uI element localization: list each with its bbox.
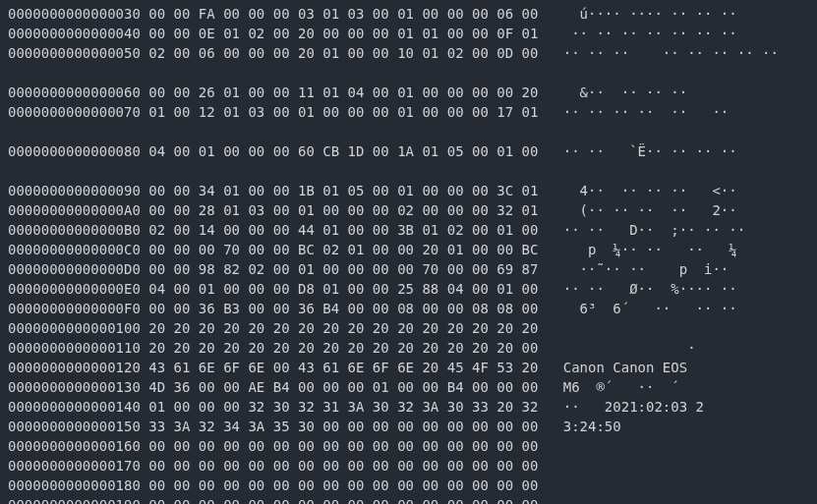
hex-row: 000000000000005002 00 06 00 00 00 20 01 … (8, 43, 809, 63)
hex-bytes: 33 3A 32 34 3A 35 30 00 00 00 00 00 00 0… (141, 417, 547, 436)
hex-row: 00000000000000C000 00 00 70 00 00 BC 02 … (8, 240, 809, 259)
hex-row: 000000000000011020 20 20 20 20 20 20 20 … (8, 338, 809, 358)
hex-bytes: 02 00 06 00 00 00 20 01 00 00 10 01 02 0… (141, 43, 547, 63)
ascii-column: ·· ·· ·· ·· ·· ·· ·· ·· (547, 43, 779, 63)
ascii-column: ·· ·· ·· ·· ·· ·· ·· (547, 24, 737, 43)
ascii-column: ··˜·· ·· p i·· (547, 259, 729, 279)
hex-bytes: 00 00 0E 01 02 00 20 00 00 00 01 01 00 0… (141, 24, 547, 43)
ascii-column: ·· ·· `Ë·· ·· ·· ·· (547, 141, 737, 161)
hex-row: 000000000000006000 00 26 01 00 00 11 01 … (8, 83, 809, 102)
offset: 0000000000000130 (8, 377, 141, 397)
ascii-column: 6³ 6´ ·· ·· ·· (547, 299, 745, 318)
ascii-column: ·· ·· ·· ·· ·· ·· (547, 102, 729, 122)
offset: 0000000000000050 (8, 43, 141, 63)
offset: 00000000000000A0 (8, 200, 141, 220)
offset: 0000000000000040 (8, 24, 141, 43)
offset: 0000000000000170 (8, 456, 141, 476)
ascii-column: ú···· ···· ·· ·· ·· (547, 4, 737, 24)
offset: 0000000000000180 (8, 476, 141, 495)
hex-row: 00000000000001304D 36 00 00 AE B4 00 00 … (8, 377, 809, 397)
ascii-column: · (547, 338, 696, 358)
offset: 0000000000000100 (8, 318, 141, 338)
offset: 0000000000000090 (8, 181, 141, 200)
hex-row: 000000000000012043 61 6E 6F 6E 00 43 61 … (8, 358, 809, 377)
hex-row: 000000000000007001 00 12 01 03 00 01 00 … (8, 102, 809, 122)
offset: 0000000000000190 (8, 495, 141, 504)
hex-bytes: 00 00 36 B3 00 00 36 B4 00 00 08 00 00 0… (141, 299, 547, 318)
hex-bytes: 04 00 01 00 00 00 D8 01 00 00 25 88 04 0… (141, 279, 547, 299)
hex-row: 00000000000000D000 00 98 82 02 00 01 00 … (8, 259, 809, 279)
ascii-column: ·· ·· D·· ;·· ·· ·· (547, 220, 745, 240)
offset: 0000000000000070 (8, 102, 141, 122)
hex-bytes: 00 00 28 01 03 00 01 00 00 00 02 00 00 0… (141, 200, 547, 220)
offset: 0000000000000060 (8, 83, 141, 102)
hex-row: 000000000000008004 00 01 00 00 00 60 CB … (8, 141, 809, 161)
hex-bytes: 00 00 00 70 00 00 BC 02 01 00 00 20 01 0… (141, 240, 547, 259)
ascii-column: ·· ·· Ø·· %···· ·· (547, 279, 737, 299)
hex-row: 000000000000019000 00 00 00 00 00 00 00 … (8, 495, 809, 504)
hex-bytes: 00 00 00 00 00 00 00 00 00 00 00 00 00 0… (141, 456, 547, 476)
ascii-column (547, 318, 696, 338)
hex-row: 000000000000014001 00 00 00 32 30 32 31 … (8, 397, 809, 417)
ascii-column: 4·· ·· ·· ·· <·· (547, 181, 737, 200)
hex-bytes: 20 20 20 20 20 20 20 20 20 20 20 20 20 2… (141, 338, 547, 358)
hex-bytes: 04 00 01 00 00 00 60 CB 1D 00 1A 01 05 0… (141, 141, 547, 161)
offset: 00000000000000E0 (8, 279, 141, 299)
offset: 00000000000000F0 (8, 299, 141, 318)
hex-row: 000000000000003000 00 FA 00 00 00 03 01 … (8, 4, 809, 24)
ascii-column: ·· 2021:02:03 2 (547, 397, 704, 417)
blank-row (8, 63, 809, 83)
blank-row (8, 161, 809, 181)
ascii-column: (·· ·· ·· ·· 2·· (547, 200, 737, 220)
hex-bytes: 00 00 00 00 00 00 00 00 00 00 00 00 00 0… (141, 495, 547, 504)
hex-row: 000000000000017000 00 00 00 00 00 00 00 … (8, 456, 809, 476)
offset: 0000000000000110 (8, 338, 141, 358)
ascii-column (547, 456, 696, 476)
hex-row: 000000000000016000 00 00 00 00 00 00 00 … (8, 436, 809, 456)
hex-bytes: 00 00 FA 00 00 00 03 01 03 00 01 00 00 0… (141, 4, 547, 24)
hex-bytes: 00 00 34 01 00 00 1B 01 05 00 01 00 00 0… (141, 181, 547, 200)
ascii-column: Canon Canon EOS (547, 358, 696, 377)
hex-bytes: 00 00 00 00 00 00 00 00 00 00 00 00 00 0… (141, 436, 547, 456)
hex-bytes: 00 00 26 01 00 00 11 01 04 00 01 00 00 0… (141, 83, 547, 102)
hex-bytes: 00 00 00 00 00 00 00 00 00 00 00 00 00 0… (141, 476, 547, 495)
offset: 00000000000000D0 (8, 259, 141, 279)
offset: 0000000000000150 (8, 417, 141, 436)
ascii-column (547, 436, 696, 456)
offset: 00000000000000B0 (8, 220, 141, 240)
hex-row: 000000000000004000 00 0E 01 02 00 20 00 … (8, 24, 809, 43)
hex-row: 00000000000000F000 00 36 B3 00 00 36 B4 … (8, 299, 809, 318)
hex-bytes: 20 20 20 20 20 20 20 20 20 20 20 20 20 2… (141, 318, 547, 338)
offset: 00000000000000C0 (8, 240, 141, 259)
offset: 0000000000000120 (8, 358, 141, 377)
hex-bytes: 02 00 14 00 00 00 44 01 00 00 3B 01 02 0… (141, 220, 547, 240)
offset: 0000000000000140 (8, 397, 141, 417)
hex-row: 00000000000000B002 00 14 00 00 00 44 01 … (8, 220, 809, 240)
hex-row: 000000000000009000 00 34 01 00 00 1B 01 … (8, 181, 809, 200)
hex-bytes: 01 00 00 00 32 30 32 31 3A 30 32 3A 30 3… (141, 397, 547, 417)
hex-row: 00000000000000A000 00 28 01 03 00 01 00 … (8, 200, 809, 220)
ascii-column: M6 ®´ ·· ´ (547, 377, 704, 397)
hex-bytes: 4D 36 00 00 AE B4 00 00 00 01 00 00 B4 0… (141, 377, 547, 397)
hex-bytes: 43 61 6E 6F 6E 00 43 61 6E 6F 6E 20 45 4… (141, 358, 547, 377)
ascii-column (547, 495, 696, 504)
hex-row: 00000000000000E004 00 01 00 00 00 D8 01 … (8, 279, 809, 299)
ascii-column: p ¼·· ·· ·· ¼ (547, 240, 737, 259)
ascii-column (547, 476, 696, 495)
ascii-column: &·· ·· ·· ·· (547, 83, 729, 102)
blank-row (8, 122, 809, 141)
hex-row: 000000000000018000 00 00 00 00 00 00 00 … (8, 476, 809, 495)
hex-bytes: 01 00 12 01 03 00 01 00 00 00 01 00 00 0… (141, 102, 547, 122)
offset: 0000000000000160 (8, 436, 141, 456)
offset: 0000000000000080 (8, 141, 141, 161)
ascii-column: 3:24:50 (547, 417, 696, 436)
hex-row: 000000000000010020 20 20 20 20 20 20 20 … (8, 318, 809, 338)
hexdump-view: 000000000000003000 00 FA 00 00 00 03 01 … (0, 0, 817, 504)
hex-row: 000000000000015033 3A 32 34 3A 35 30 00 … (8, 417, 809, 436)
offset: 0000000000000030 (8, 4, 141, 24)
hex-bytes: 00 00 98 82 02 00 01 00 00 00 00 70 00 0… (141, 259, 547, 279)
